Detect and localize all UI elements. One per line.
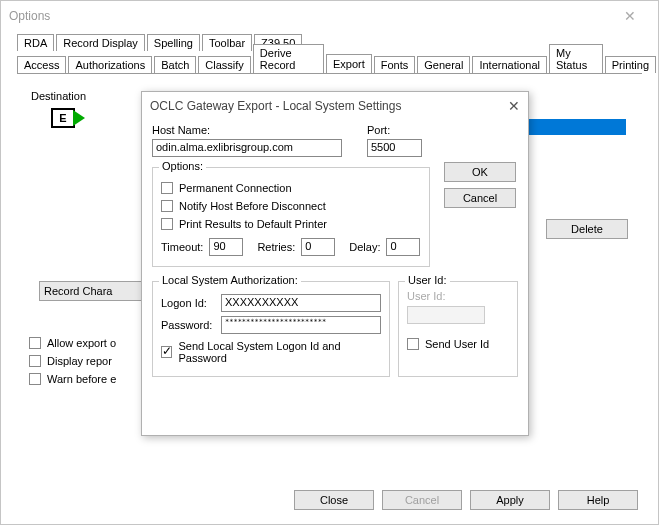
tab-spelling[interactable]: Spelling	[147, 34, 200, 51]
help-button[interactable]: Help	[558, 490, 638, 510]
options-group-label: Options:	[159, 160, 206, 172]
options-window: Options ✕ RDA Record Display Spelling To…	[0, 0, 659, 525]
dialog-titlebar: OCLC Gateway Export - Local System Setti…	[142, 92, 528, 120]
logon-id-input[interactable]: XXXXXXXXXX	[221, 294, 381, 312]
tab-authorizations[interactable]: Authorizations	[68, 56, 152, 73]
password-input[interactable]: ************************	[221, 316, 381, 334]
notify-host-checkbox[interactable]	[161, 200, 173, 212]
arrow-icon	[73, 110, 85, 126]
tab-access[interactable]: Access	[17, 56, 66, 73]
tab-record-display[interactable]: Record Display	[56, 34, 145, 51]
gateway-export-dialog: OCLC Gateway Export - Local System Setti…	[141, 91, 529, 436]
tab-derive-record[interactable]: Derive Record	[253, 44, 324, 73]
close-button[interactable]: Close	[294, 490, 374, 510]
send-logon-checkbox[interactable]	[161, 346, 172, 358]
allow-export-label: Allow export o	[47, 337, 116, 349]
tab-toolbar[interactable]: Toolbar	[202, 34, 252, 51]
print-results-label: Print Results to Default Printer	[179, 218, 327, 230]
port-input[interactable]: 5500	[367, 139, 422, 157]
export-icon[interactable]: E	[51, 108, 75, 128]
record-characteristics-button[interactable]: Record Chara	[39, 281, 149, 301]
delay-input[interactable]: 0	[386, 238, 420, 256]
send-logon-label: Send Local System Logon Id and Password	[178, 340, 381, 364]
display-report-checkbox[interactable]	[29, 355, 41, 367]
dialog-cancel-button[interactable]: Cancel	[444, 188, 516, 208]
host-name-label: Host Name:	[152, 124, 347, 136]
tab-classify[interactable]: Classify	[198, 56, 251, 73]
tab-rda[interactable]: RDA	[17, 34, 54, 51]
display-report-label: Display repor	[47, 355, 112, 367]
userid-group-label: User Id:	[405, 274, 450, 286]
warn-before-label: Warn before e	[47, 373, 116, 385]
host-name-input[interactable]: odin.alma.exlibrisgroup.com	[152, 139, 342, 157]
userid-label: User Id:	[407, 290, 509, 302]
ok-button[interactable]: OK	[444, 162, 516, 182]
permanent-connection-checkbox[interactable]	[161, 182, 173, 194]
send-userid-label: Send User Id	[425, 338, 489, 350]
tab-fonts[interactable]: Fonts	[374, 56, 416, 73]
notify-host-label: Notify Host Before Disconnect	[179, 200, 326, 212]
apply-button[interactable]: Apply	[470, 490, 550, 510]
export-options: Allow export o Display repor Warn before…	[29, 331, 116, 391]
timeout-label: Timeout:	[161, 241, 203, 253]
titlebar: Options ✕	[1, 1, 658, 31]
cancel-button[interactable]: Cancel	[382, 490, 462, 510]
tab-export[interactable]: Export	[326, 54, 372, 73]
delete-button[interactable]: Delete	[546, 219, 628, 239]
tab-batch[interactable]: Batch	[154, 56, 196, 73]
tab-printing[interactable]: Printing	[605, 56, 656, 73]
timeout-input[interactable]: 90	[209, 238, 243, 256]
dialog-close-icon[interactable]: ✕	[496, 98, 520, 114]
export-icon-letter: E	[59, 112, 66, 124]
lsa-group-label: Local System Authorization:	[159, 274, 301, 286]
tab-international[interactable]: International	[472, 56, 547, 73]
retries-input[interactable]: 0	[301, 238, 335, 256]
footer-buttons: Close Cancel Apply Help	[294, 490, 638, 510]
permanent-connection-label: Permanent Connection	[179, 182, 292, 194]
tab-general[interactable]: General	[417, 56, 470, 73]
tab-my-status[interactable]: My Status	[549, 44, 603, 73]
dialog-title: OCLC Gateway Export - Local System Setti…	[150, 99, 496, 113]
print-results-checkbox[interactable]	[161, 218, 173, 230]
allow-export-checkbox[interactable]	[29, 337, 41, 349]
retries-label: Retries:	[257, 241, 295, 253]
close-icon[interactable]: ✕	[610, 8, 650, 24]
delay-label: Delay:	[349, 241, 380, 253]
logon-id-label: Logon Id:	[161, 297, 221, 309]
tabs-row-2: Access Authorizations Batch Classify Der…	[1, 53, 658, 73]
send-userid-checkbox[interactable]	[407, 338, 419, 350]
password-label: Password:	[161, 319, 221, 331]
port-label: Port:	[367, 124, 427, 136]
warn-before-checkbox[interactable]	[29, 373, 41, 385]
window-title: Options	[9, 9, 610, 23]
userid-input	[407, 306, 485, 324]
